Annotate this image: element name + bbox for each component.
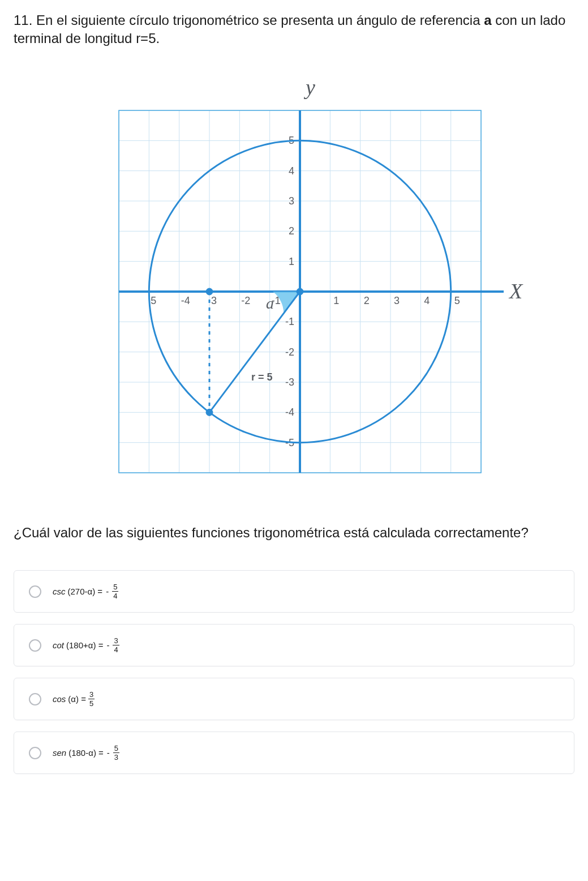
option-label: cos (α) = 35	[53, 691, 95, 707]
x-axis-label: X	[508, 279, 523, 303]
x-tick-label: 5	[151, 295, 156, 306]
option-func: sen	[53, 748, 66, 758]
option-arg: (180-α) =	[68, 748, 104, 758]
option-arg: (180+α) =	[66, 640, 103, 650]
trig-circle-chart: yX5-43-2-11234554321-1-2-3-4-5r = 5a	[57, 65, 532, 495]
y-tick-label: -2	[285, 346, 294, 357]
option-fraction: 53	[113, 745, 119, 761]
option-2[interactable]: cos (α) = 35	[14, 678, 574, 720]
y-tick-label: -3	[285, 377, 294, 388]
option-label: cot (180+α) = -34	[53, 637, 119, 653]
question-prefix: 11. En el siguiente círculo trigonométri…	[14, 12, 484, 28]
x-tick-label: 2	[363, 295, 369, 306]
option-arg: (α) =	[68, 694, 86, 704]
options-list: csc (270-α) = -54cot (180+α) = -34cos (α…	[14, 570, 574, 774]
x-tick-label: 4	[424, 295, 430, 306]
option-negative-sign: -	[106, 640, 109, 650]
x-tick-label: 3	[394, 295, 400, 306]
question-text: 11. En el siguiente círculo trigonométri…	[14, 11, 574, 48]
option-label: csc (270-α) = -54	[53, 583, 118, 600]
y-tick-label: 2	[288, 225, 294, 237]
option-0[interactable]: csc (270-α) = -54	[14, 570, 574, 613]
y-tick-label: 1	[288, 255, 294, 267]
x-tick-label: 5	[454, 295, 460, 306]
option-1[interactable]: cot (180+α) = -34	[14, 624, 574, 666]
y-tick-label: -1	[285, 316, 294, 327]
option-fraction: 35	[88, 691, 95, 707]
radio-button[interactable]	[29, 639, 41, 652]
svg-point-33	[206, 288, 213, 295]
chart-container: yX5-43-2-11234554321-1-2-3-4-5r = 5a	[14, 65, 574, 495]
svg-point-32	[297, 288, 303, 295]
svg-point-34	[206, 409, 213, 416]
subquestion-text: ¿Cuál valor de las siguientes funciones …	[14, 524, 574, 542]
option-fraction: 54	[112, 583, 118, 600]
option-func: cos	[53, 694, 66, 704]
r-label: r = 5	[251, 371, 273, 382]
x-tick-label: -4	[181, 295, 190, 306]
y-tick-label: -4	[285, 407, 294, 418]
option-fraction: 34	[113, 637, 119, 653]
option-3[interactable]: sen (180-α) = -53	[14, 732, 574, 774]
y-tick-label: 4	[288, 165, 294, 176]
option-label: sen (180-α) = -53	[53, 745, 119, 761]
x-tick-label: 3	[211, 295, 217, 306]
y-tick-label: 3	[288, 195, 294, 207]
option-func: cot	[53, 640, 64, 650]
question-bold: a	[484, 12, 491, 28]
option-negative-sign: -	[107, 748, 110, 758]
radio-button[interactable]	[29, 693, 41, 705]
option-arg: (270-α) =	[68, 587, 103, 596]
option-func: csc	[53, 587, 66, 596]
radio-button[interactable]	[29, 747, 41, 759]
x-tick-label: 1	[333, 295, 339, 306]
option-negative-sign: -	[106, 587, 109, 596]
angle-label: a	[266, 294, 274, 312]
y-axis-label: y	[303, 75, 315, 99]
x-tick-label: -2	[241, 295, 250, 306]
radio-button[interactable]	[29, 585, 41, 598]
